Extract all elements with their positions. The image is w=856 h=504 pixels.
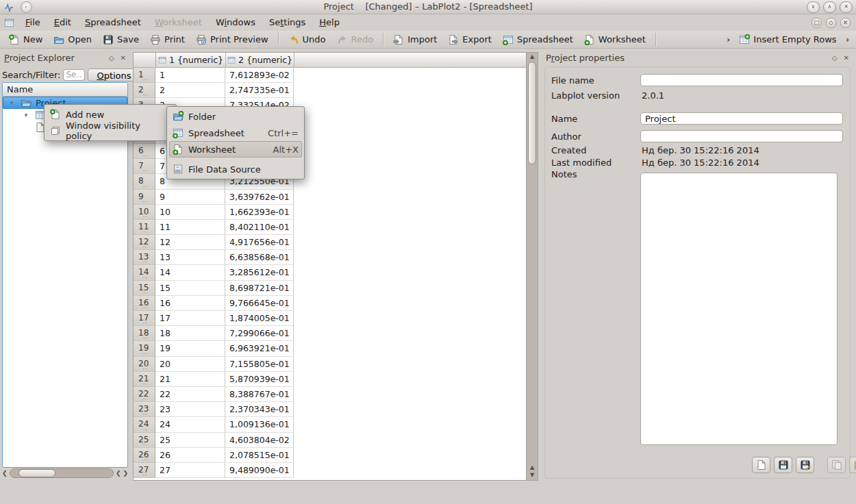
worksheet-button[interactable]: Worksheet: [579, 33, 651, 47]
notes-field[interactable]: [640, 173, 838, 445]
new-button[interactable]: New: [4, 33, 47, 47]
undo-button[interactable]: Undo: [284, 33, 331, 47]
cell[interactable]: 4,603804e-02: [225, 433, 294, 448]
row-header-8[interactable]: 8: [134, 174, 155, 189]
insert-empty-rows-button[interactable]: Insert Empty Rows: [734, 33, 841, 47]
expander-icon[interactable]: ▾: [23, 112, 29, 118]
scrollbar-thumb[interactable]: [18, 469, 55, 477]
row-header-27[interactable]: 27: [134, 463, 155, 478]
shade-button[interactable]: ∨: [807, 1, 820, 13]
close-button[interactable]: ✕: [840, 1, 853, 13]
cell[interactable]: 4,917656e-01: [225, 235, 294, 250]
dock-close-icon[interactable]: ✕: [121, 53, 126, 63]
import-button[interactable]: Import: [388, 33, 442, 47]
mdi-child-icon[interactable]: [4, 18, 14, 28]
paste-button[interactable]: [849, 457, 856, 473]
scrollbar-track[interactable]: [10, 468, 114, 478]
cell[interactable]: 3,639762e-01: [225, 190, 294, 205]
row-header-11[interactable]: 11: [134, 220, 155, 235]
print-preview-button[interactable]: Print Preview: [191, 33, 273, 47]
dock-float-icon[interactable]: ◇: [832, 53, 838, 63]
author-field[interactable]: [640, 130, 843, 142]
cell[interactable]: 20: [155, 357, 225, 372]
cell[interactable]: 8,388767e-01: [225, 387, 294, 402]
dock-close-icon[interactable]: ✕: [844, 53, 849, 63]
cell[interactable]: 23: [155, 402, 225, 417]
scrollbar-thumb[interactable]: [528, 62, 536, 164]
search-input[interactable]: [63, 69, 85, 81]
file-name-field[interactable]: [640, 74, 843, 86]
row-header-9[interactable]: 9: [134, 190, 155, 205]
load-button[interactable]: [752, 457, 770, 473]
row-header-12[interactable]: 12: [134, 235, 155, 250]
menu-windows[interactable]: Windows: [209, 14, 262, 31]
cell[interactable]: 1,874005e-01: [225, 311, 294, 326]
toolbar-overflow-icon[interactable]: ›: [724, 34, 733, 45]
cell[interactable]: 11: [155, 220, 225, 235]
cell[interactable]: 1: [155, 68, 225, 83]
cell[interactable]: 3,285612e-01: [225, 265, 294, 280]
cell[interactable]: 2,370343e-01: [225, 402, 294, 417]
tree-header-name[interactable]: Name: [3, 83, 127, 97]
row-header-25[interactable]: 25: [134, 433, 155, 448]
menu-item-folder[interactable]: Folder: [169, 108, 302, 125]
menu-edit[interactable]: Edit: [47, 14, 78, 31]
row-header-7[interactable]: 7: [134, 159, 155, 174]
spreadsheet-vertical-scrollbar[interactable]: ▲ ▲ ▼: [526, 53, 538, 480]
row-header-15[interactable]: 15: [134, 281, 155, 296]
dock-float-icon[interactable]: ◇: [109, 53, 114, 63]
row-header-26[interactable]: 26: [134, 448, 155, 463]
save-button[interactable]: Save: [98, 33, 144, 47]
row-header-23[interactable]: 23: [134, 402, 155, 417]
menu-settings[interactable]: Settings: [262, 14, 312, 31]
row-header-21[interactable]: 21: [134, 372, 155, 387]
explorer-horizontal-scrollbar[interactable]: ❮ ❮ ❯: [2, 468, 128, 478]
expander-icon[interactable]: ▾: [8, 99, 15, 106]
save-button[interactable]: [774, 457, 792, 473]
menu-item-worksheet[interactable]: WorksheetAlt+X: [169, 141, 302, 158]
row-header-20[interactable]: 20: [134, 357, 155, 372]
maximize-button[interactable]: ∧: [823, 1, 836, 13]
toolbar-overflow-icon[interactable]: ›: [843, 34, 852, 45]
column-header-1[interactable]: 1 {numeric}: [156, 53, 226, 67]
row-header-2[interactable]: 2: [134, 83, 155, 98]
cell[interactable]: 21: [155, 372, 225, 387]
scroll-left-icon[interactable]: ❮: [116, 469, 121, 477]
save-as-button[interactable]: [796, 457, 814, 473]
cell[interactable]: 12: [155, 235, 225, 250]
cell[interactable]: 25: [155, 433, 225, 448]
row-header-14[interactable]: 14: [134, 265, 155, 280]
cell[interactable]: 17: [155, 311, 225, 326]
menu-spreadsheet[interactable]: Spreadsheet: [78, 14, 148, 31]
spreadsheet-button[interactable]: Spreadsheet: [498, 33, 578, 47]
mdi-close-button[interactable]: ✕: [840, 18, 851, 28]
row-header-19[interactable]: 19: [134, 341, 155, 356]
cell[interactable]: 16: [155, 296, 225, 311]
menu-item-window-visibility-policy[interactable]: Window visibility policy›: [47, 123, 174, 139]
row-header-24[interactable]: 24: [134, 417, 155, 432]
open-button[interactable]: Open: [49, 33, 97, 47]
row-header-13[interactable]: 13: [134, 250, 155, 265]
cell[interactable]: 2,747335e-01: [225, 83, 294, 98]
scroll-right-icon[interactable]: ❯: [123, 469, 128, 477]
cell[interactable]: 13: [155, 250, 225, 265]
cell[interactable]: 9,766645e-01: [225, 296, 294, 311]
cell[interactable]: 7,299066e-01: [225, 326, 294, 341]
menu-file[interactable]: File: [18, 14, 47, 31]
row-header-22[interactable]: 22: [134, 387, 155, 402]
cell[interactable]: 9,489090e-01: [225, 463, 294, 478]
cell[interactable]: 9: [155, 190, 225, 205]
menu-item-spreadsheet[interactable]: SpreadsheetCtrl+=: [169, 125, 302, 141]
cell[interactable]: 27: [155, 463, 225, 478]
cell[interactable]: 19: [155, 341, 225, 356]
mdi-restore-button[interactable]: ◇: [826, 18, 836, 28]
spreadsheet-corner-cell[interactable]: [134, 53, 156, 67]
menu-item-file-data-source[interactable]: 101File Data Source: [169, 161, 302, 177]
cell[interactable]: 22: [155, 387, 225, 402]
cell[interactable]: 26: [155, 448, 225, 463]
scrollbar-track[interactable]: [528, 60, 536, 464]
copy-button[interactable]: [827, 457, 846, 473]
cell[interactable]: 8,402110e-01: [225, 220, 294, 235]
cell[interactable]: 1,662393e-01: [225, 205, 294, 220]
column-header-2[interactable]: 2 {numeric}: [226, 53, 294, 67]
